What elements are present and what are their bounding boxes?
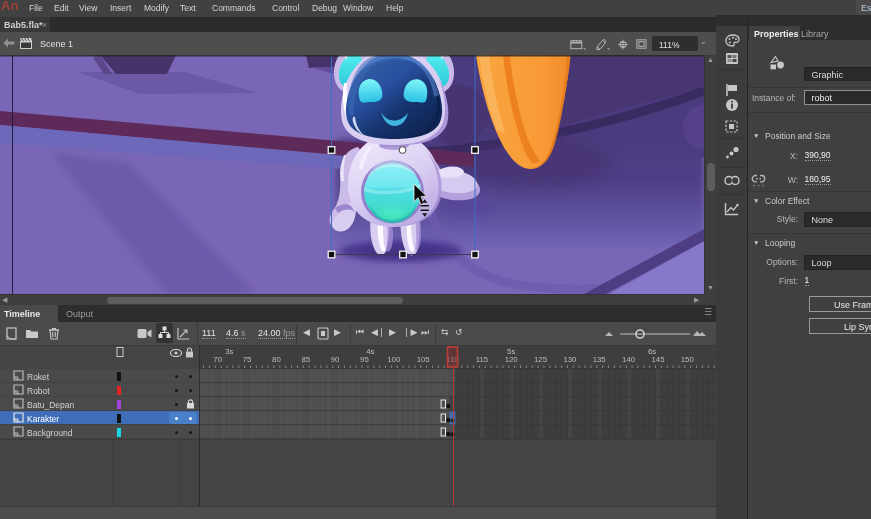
svg-text:100: 100 <box>387 355 401 364</box>
svg-text:4s: 4s <box>366 347 374 356</box>
svg-text:3s: 3s <box>225 347 233 356</box>
svg-text:130: 130 <box>563 355 577 364</box>
svg-text:90: 90 <box>331 355 340 364</box>
svg-text:80: 80 <box>272 355 281 364</box>
svg-text:95: 95 <box>360 355 369 364</box>
svg-text:135: 135 <box>593 355 607 364</box>
svg-text:125: 125 <box>534 355 548 364</box>
svg-text:145: 145 <box>651 355 665 364</box>
svg-text:140: 140 <box>622 355 636 364</box>
svg-text:150: 150 <box>681 355 695 364</box>
svg-text:120: 120 <box>505 355 519 364</box>
svg-text:85: 85 <box>301 355 310 364</box>
svg-text:6s: 6s <box>648 347 656 356</box>
svg-text:5s: 5s <box>507 347 515 356</box>
svg-text:115: 115 <box>476 355 489 364</box>
svg-text:75: 75 <box>243 355 252 364</box>
svg-text:70: 70 <box>213 355 222 364</box>
svg-text:105: 105 <box>417 355 431 364</box>
